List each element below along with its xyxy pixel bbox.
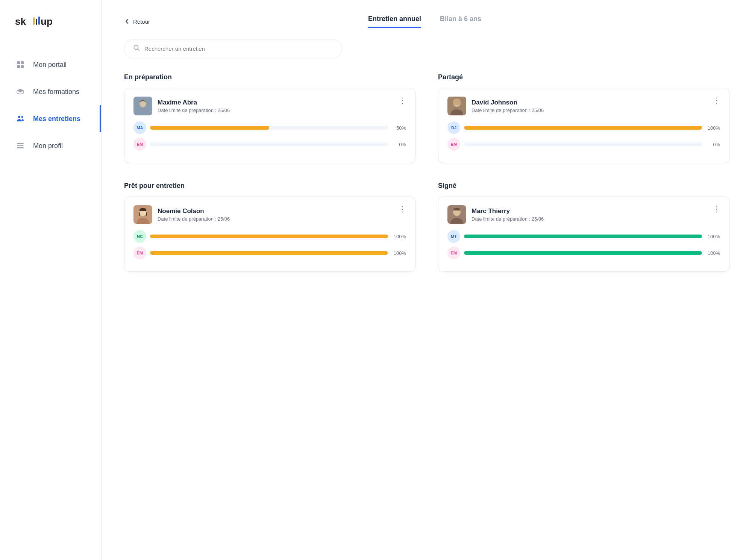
badge-mt: MT (447, 230, 460, 243)
badge-em: EM (133, 138, 146, 151)
badge-em: EM (447, 247, 460, 259)
card-marc-thierry: Marc Thierry Date limite de préparation … (438, 197, 729, 272)
grid-icon (15, 59, 26, 70)
person-date: Date limite de préparation : 25/06 (158, 107, 230, 113)
graduation-icon (15, 86, 26, 97)
svg-text:up: up (41, 16, 53, 27)
cards-grid: En préparation (124, 73, 729, 272)
logo-svg: sk up (15, 15, 60, 27)
svg-rect-7 (17, 65, 20, 68)
card-person: Maxime Abra Date limite de préparation :… (133, 97, 230, 115)
logo: sk up (0, 15, 101, 51)
svg-rect-6 (21, 61, 24, 64)
card-person: Noemie Colson Date limite de préparation… (133, 205, 230, 224)
progress-bar-wrap (464, 251, 702, 255)
progress-fill (150, 251, 388, 255)
card-david-johnson: David Johnson Date limite de préparation… (438, 88, 729, 163)
card-maxime-abra: Maxime Abra Date limite de préparation :… (124, 88, 415, 163)
person-name: David Johnson (472, 99, 544, 106)
person-name: Maxime Abra (158, 99, 230, 106)
arrow-left-icon (124, 18, 130, 24)
progress-pct: 100% (706, 250, 720, 256)
progress-fill (150, 235, 388, 238)
card-header: Marc Thierry Date limite de préparation … (447, 205, 720, 224)
progress-fill (464, 235, 702, 238)
svg-rect-2 (36, 19, 37, 25)
progress-bar-wrap (464, 235, 702, 238)
tab-entretien-annuel[interactable]: Entretien annuel (368, 15, 421, 28)
person-date: Date limite de préparation : 25/06 (472, 216, 544, 222)
sidebar-item-entretiens-label: Mes entretiens (33, 115, 80, 123)
progress-bar-wrap (464, 142, 702, 146)
more-menu-button[interactable]: ⋮ (713, 97, 720, 104)
section-partage-title: Partagé (438, 73, 729, 81)
sidebar-item-formations-label: Mes formations (33, 88, 79, 96)
tab-bar: Entretien annuel Bilan à 6 ans (150, 15, 699, 28)
section-pret-entretien: Prêt pour entretien (124, 182, 415, 272)
progress-fill (150, 126, 269, 130)
card-header: Maxime Abra Date limite de préparation :… (133, 97, 406, 115)
progress-row-dj: DJ 100% (447, 121, 720, 134)
progress-bar-wrap (150, 126, 388, 130)
search-input[interactable] (144, 45, 333, 52)
progress-pct: 0% (392, 142, 406, 147)
svg-rect-5 (17, 61, 20, 64)
sidebar-item-formations[interactable]: Mes formations (0, 78, 101, 105)
badge-em: EM (447, 138, 460, 151)
people-icon (15, 114, 26, 124)
svg-text:sk: sk (15, 16, 26, 27)
more-menu-button[interactable]: ⋮ (713, 205, 720, 213)
tab-bilan-6ans[interactable]: Bilan à 6 ans (440, 15, 481, 28)
progress-row-em: EM 0% (133, 138, 406, 151)
person-date: Date limite de préparation : 25/06 (158, 216, 230, 222)
progress-pct: 100% (706, 234, 720, 239)
person-info: Marc Thierry Date limite de préparation … (472, 207, 544, 222)
section-pret-title: Prêt pour entretien (124, 182, 415, 190)
progress-bar-wrap (150, 142, 388, 146)
person-info: Noemie Colson Date limite de préparation… (158, 207, 230, 222)
sidebar: sk up Mon portail (0, 0, 102, 560)
svg-rect-1 (33, 17, 35, 25)
progress-bar-wrap (464, 126, 702, 130)
avatar-david-johnson (447, 97, 466, 115)
section-signe: Signé (438, 182, 729, 272)
back-button[interactable]: Retour (124, 18, 150, 25)
section-en-preparation: En préparation (124, 73, 415, 163)
person-date: Date limite de préparation : 25/06 (472, 107, 544, 113)
card-person: David Johnson Date limite de préparation… (447, 97, 544, 115)
progress-row-nc: NC 100% (133, 230, 406, 243)
search-icon (133, 45, 140, 53)
svg-rect-14 (17, 147, 24, 148)
svg-rect-3 (38, 17, 40, 25)
progress-fill (464, 251, 702, 255)
svg-line-16 (138, 49, 139, 51)
progress-bar-wrap (150, 251, 388, 255)
card-header: Noemie Colson Date limite de préparation… (133, 205, 406, 224)
sidebar-item-portail-label: Mon portail (33, 61, 67, 69)
avatar-maxime-abra (133, 97, 152, 115)
sidebar-item-entretiens[interactable]: Mes entretiens (0, 105, 101, 132)
card-header: David Johnson Date limite de préparation… (447, 97, 720, 115)
svg-point-15 (134, 45, 138, 50)
avatar-marc-thierry (447, 205, 466, 224)
sidebar-item-portail[interactable]: Mon portail (0, 51, 101, 78)
nav-list: Mon portail Mes formations (0, 51, 101, 159)
svg-rect-13 (17, 145, 24, 147)
progress-row-em: EM 100% (447, 247, 720, 259)
sidebar-item-profil[interactable]: Mon profil (0, 132, 101, 159)
progress-pct: 100% (706, 125, 720, 131)
progress-row-mt: MT 100% (447, 230, 720, 243)
card-noemie-colson: Noemie Colson Date limite de préparation… (124, 197, 415, 272)
progress-pct: 100% (392, 250, 406, 256)
card-person: Marc Thierry Date limite de préparation … (447, 205, 544, 224)
progress-pct: 50% (392, 125, 406, 131)
avatar-noemie-colson (133, 205, 152, 224)
section-signe-title: Signé (438, 182, 729, 190)
profile-icon (15, 141, 26, 151)
more-menu-button[interactable]: ⋮ (399, 97, 406, 104)
person-info: David Johnson Date limite de préparation… (472, 99, 544, 113)
main-content: Retour Entretien annuel Bilan à 6 ans En… (102, 0, 752, 560)
svg-point-11 (21, 116, 23, 118)
person-name: Noemie Colson (158, 207, 230, 215)
more-menu-button[interactable]: ⋮ (399, 205, 406, 213)
